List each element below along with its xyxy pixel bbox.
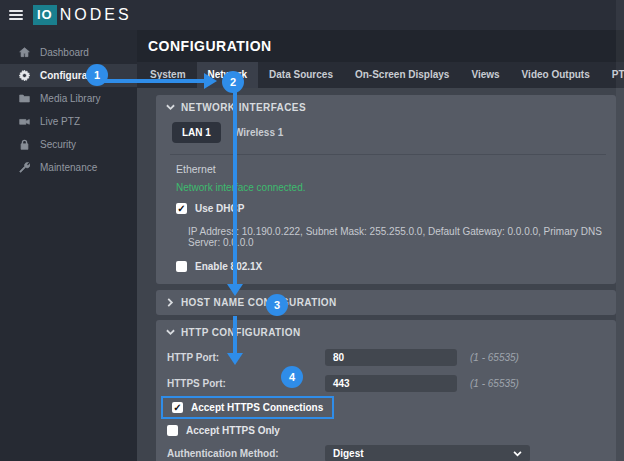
- lock-icon: [18, 139, 30, 151]
- sidebar-item-live-ptz[interactable]: Live PTZ: [0, 110, 137, 133]
- host-name-panel: HOST NAME CONFIGURATION: [156, 290, 616, 315]
- https-port-hint: (1 - 65535): [470, 378, 519, 389]
- sidebar-item-label: Media Library: [40, 93, 101, 104]
- ionodes-logo: IO NODES: [33, 5, 132, 25]
- check-icon: ✓: [177, 203, 185, 214]
- accept-https-checkbox[interactable]: ✓: [172, 402, 183, 413]
- accept-https-only-row: Accept HTTPS Only: [156, 425, 616, 436]
- host-name-header[interactable]: HOST NAME CONFIGURATION: [156, 290, 616, 315]
- chevron-down-icon: [166, 329, 175, 336]
- content-area: NETWORK INTERFACES LAN 1 Wireless 1 Ethe…: [137, 88, 624, 461]
- sidebar-item-label: Maintenance: [40, 162, 97, 173]
- connection-status-text: Network interface connected.: [156, 182, 616, 193]
- accept-https-only-checkbox[interactable]: [167, 425, 178, 436]
- sidebar-item-label: Security: [40, 139, 76, 150]
- ip-summary-text: IP Address: 10.190.0.222, Subnet Mask: 2…: [156, 226, 616, 248]
- use-dhcp-checkbox[interactable]: ✓: [176, 203, 187, 214]
- tab-system[interactable]: System: [139, 62, 197, 88]
- http-port-input[interactable]: 80: [325, 349, 457, 366]
- sidebar-item-media-library[interactable]: Media Library: [0, 87, 137, 110]
- panel-title: HOST NAME CONFIGURATION: [181, 297, 337, 308]
- http-port-label: HTTP Port:: [167, 352, 325, 363]
- auth-method-select[interactable]: Digest: [325, 445, 530, 461]
- http-configuration-panel: HTTP CONFIGURATION HTTP Port: 80 (1 - 65…: [156, 320, 616, 461]
- sidebar: Dashboard Configuration Media Library Li…: [0, 30, 137, 461]
- http-port-hint: (1 - 65535): [470, 352, 519, 363]
- gear-icon: [18, 70, 30, 82]
- arrow-2-line: [233, 92, 237, 284]
- accept-https-highlight-box: ✓ Accept HTTPS Connections: [161, 396, 334, 419]
- chevron-right-icon: [166, 299, 175, 306]
- ethernet-label: Ethernet: [156, 163, 616, 175]
- sidebar-item-security[interactable]: Security: [0, 133, 137, 156]
- check-icon: ✓: [173, 402, 181, 413]
- sidebar-item-maintenance[interactable]: Maintenance: [0, 156, 137, 179]
- logo-io-badge: IO: [33, 5, 57, 25]
- arrow-3-line: [233, 316, 237, 353]
- camera-icon: [18, 116, 30, 128]
- folder-icon: [18, 93, 30, 105]
- arrow-1-line: [104, 79, 205, 83]
- chevron-down-icon: [166, 104, 175, 111]
- step-3-badge: 3: [266, 294, 288, 316]
- page-title: CONFIGURATION: [148, 38, 272, 54]
- enable-8021x-label: Enable 802.1X: [195, 261, 262, 272]
- tab-data-sources[interactable]: Data Sources: [258, 62, 344, 88]
- logo-nodes-text: NODES: [60, 6, 132, 24]
- network-interfaces-panel: NETWORK INTERFACES LAN 1 Wireless 1 Ethe…: [156, 95, 616, 284]
- app-window: IO NODES Dashboard Configuration Media L…: [0, 0, 624, 461]
- enable-8021x-row: Enable 802.1X: [156, 261, 616, 272]
- step-2-badge: 2: [222, 71, 244, 93]
- arrow-1-head-icon: [204, 73, 217, 89]
- network-interfaces-header[interactable]: NETWORK INTERFACES: [156, 95, 616, 118]
- sidebar-item-configuration[interactable]: Configuration: [0, 64, 137, 87]
- tab-on-screen-displays[interactable]: On-Screen Displays: [344, 62, 460, 88]
- auth-method-label: Authentication Method:: [167, 448, 325, 459]
- chevron-down-icon: [513, 451, 522, 457]
- sidebar-item-label: Live PTZ: [40, 116, 80, 127]
- https-port-input[interactable]: 443: [325, 375, 457, 392]
- auth-method-row: Authentication Method: Digest: [156, 445, 616, 461]
- http-port-row: HTTP Port: 80 (1 - 65535): [156, 349, 616, 366]
- sidebar-item-dashboard[interactable]: Dashboard: [0, 41, 137, 64]
- panel-title: NETWORK INTERFACES: [181, 102, 306, 113]
- tab-video-outputs[interactable]: Video Outputs: [511, 62, 601, 88]
- menu-icon[interactable]: [9, 10, 23, 20]
- use-dhcp-label: Use DHCP: [195, 203, 244, 214]
- step-4-badge: 4: [281, 366, 303, 388]
- https-port-row: HTTPS Port: 443 (1 - 65535): [156, 375, 616, 392]
- vertical-scrollbar[interactable]: [616, 0, 624, 461]
- auth-method-value: Digest: [333, 448, 364, 459]
- enable-8021x-checkbox[interactable]: [176, 261, 187, 272]
- arrow-2-head-icon: [227, 284, 243, 296]
- page-header: CONFIGURATION: [137, 30, 624, 62]
- tab-views[interactable]: Views: [460, 62, 510, 88]
- panel-title: HTTP CONFIGURATION: [181, 327, 301, 338]
- interface-tabs: LAN 1 Wireless 1: [156, 122, 616, 143]
- home-icon: [18, 47, 30, 59]
- use-dhcp-row: ✓ Use DHCP: [156, 203, 616, 214]
- accept-https-only-label: Accept HTTPS Only: [186, 425, 280, 436]
- http-configuration-header[interactable]: HTTP CONFIGURATION: [156, 320, 616, 340]
- wrench-icon: [18, 162, 30, 174]
- main-area: CONFIGURATION System Network Data Source…: [137, 30, 624, 461]
- step-1-badge: 1: [86, 64, 108, 86]
- arrow-3-head-icon: [227, 353, 243, 365]
- lan1-tab[interactable]: LAN 1: [172, 122, 221, 143]
- top-bar: IO NODES: [0, 0, 624, 30]
- sidebar-item-label: Dashboard: [40, 47, 89, 58]
- wireless1-tab[interactable]: Wireless 1: [234, 127, 283, 138]
- accept-https-label: Accept HTTPS Connections: [191, 402, 323, 413]
